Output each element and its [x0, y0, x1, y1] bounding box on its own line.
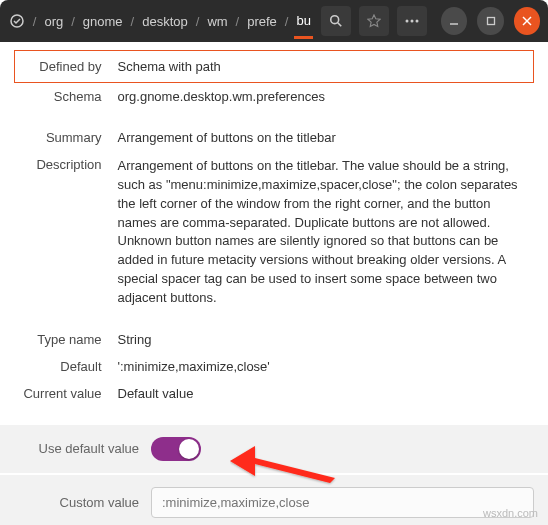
- type-value: String: [110, 326, 534, 353]
- toggle-knob: [179, 439, 199, 459]
- close-button[interactable]: [514, 7, 540, 35]
- default-label: Default: [15, 353, 110, 380]
- breadcrumb-item-active[interactable]: bu: [294, 13, 312, 39]
- breadcrumb-sep: /: [69, 14, 77, 29]
- defined-by-value: Schema with path: [110, 51, 534, 83]
- schema-label: Schema: [15, 83, 110, 111]
- breadcrumb-item[interactable]: org: [42, 14, 65, 29]
- breadcrumb-sep: /: [129, 14, 137, 29]
- maximize-button[interactable]: [477, 7, 503, 35]
- svg-point-1: [331, 16, 339, 24]
- search-icon: [329, 14, 343, 28]
- svg-point-5: [416, 20, 419, 23]
- custom-value-input[interactable]: [151, 487, 534, 518]
- breadcrumb-item[interactable]: desktop: [140, 14, 190, 29]
- use-default-section: Use default value: [0, 425, 548, 473]
- description-label: Description: [15, 151, 110, 314]
- search-button[interactable]: [321, 6, 351, 36]
- breadcrumb-item[interactable]: wm: [205, 14, 229, 29]
- breadcrumb-sep: /: [31, 14, 39, 29]
- star-icon: [367, 14, 381, 28]
- custom-value-label: Custom value: [14, 495, 139, 510]
- svg-rect-7: [487, 18, 494, 25]
- summary-value: Arrangement of buttons on the titlebar: [110, 124, 534, 151]
- current-value: Default value: [110, 380, 534, 407]
- schema-value: org.gnome.desktop.wm.preferences: [110, 83, 534, 111]
- svg-line-2: [338, 23, 342, 27]
- close-icon: [522, 16, 532, 26]
- breadcrumb-sep: /: [194, 14, 202, 29]
- breadcrumb-sep: /: [283, 14, 291, 29]
- summary-label: Summary: [15, 124, 110, 151]
- breadcrumb-item[interactable]: gnome: [81, 14, 125, 29]
- dots-icon: [405, 19, 419, 23]
- menu-button[interactable]: [397, 6, 427, 36]
- favorite-button[interactable]: [359, 6, 389, 36]
- maximize-icon: [486, 16, 496, 26]
- svg-point-4: [411, 20, 414, 23]
- description-value: Arrangement of buttons on the titlebar. …: [110, 151, 534, 314]
- defined-by-label: Defined by: [15, 51, 110, 83]
- minimize-button[interactable]: [441, 7, 467, 35]
- custom-value-section: Custom value: [0, 475, 548, 525]
- app-icon: [8, 11, 27, 31]
- use-default-toggle[interactable]: [151, 437, 201, 461]
- content-area: Defined by Schema with path Schema org.g…: [0, 42, 548, 421]
- current-value-label: Current value: [15, 380, 110, 407]
- breadcrumb-item[interactable]: prefe: [245, 14, 279, 29]
- svg-point-3: [406, 20, 409, 23]
- minimize-icon: [449, 16, 459, 26]
- titlebar: / org / gnome / desktop / wm / prefe / b…: [0, 0, 548, 42]
- default-value: ':minimize,maximize,close': [110, 353, 534, 380]
- watermark: wsxdn.com: [483, 507, 538, 519]
- breadcrumb-sep: /: [234, 14, 242, 29]
- use-default-label: Use default value: [14, 441, 139, 456]
- type-label: Type name: [15, 326, 110, 353]
